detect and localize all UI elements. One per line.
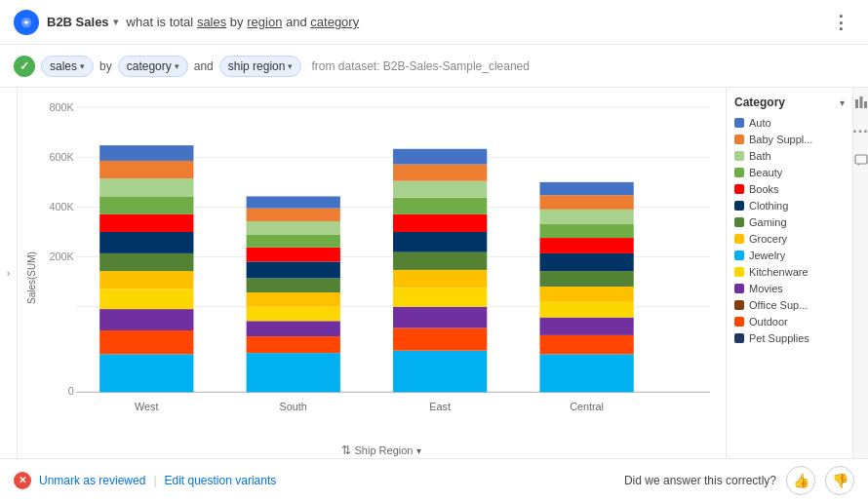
feedback-question: Did we answer this correctly? [624,474,776,487]
svg-rect-21 [99,178,193,196]
more-options-icon[interactable]: ··· [854,125,868,138]
query-and: and [286,15,307,29]
thumbs-down-button[interactable]: 👎 [825,466,854,495]
legend-color-dot [734,217,744,227]
footer-right: Did we answer this correctly? 👍 👎 [624,466,854,495]
svg-rect-27 [247,321,340,336]
svg-rect-41 [393,288,487,306]
legend-item-label: Books [749,183,779,195]
svg-rect-58 [539,238,633,253]
svg-text:West: West [135,401,158,412]
legend-item[interactable]: Bath [734,150,845,162]
thumbs-up-button[interactable]: 👍 [786,466,815,495]
svg-text:0: 0 [68,385,74,397]
legend-item[interactable]: Beauty [734,167,845,178]
query-by: by [230,15,244,29]
legend-item[interactable]: Baby Suppl... [734,134,845,145]
legend-item[interactable]: Outdoor [734,316,845,328]
svg-rect-60 [539,210,633,224]
svg-rect-19 [99,214,193,232]
svg-rect-65 [859,96,862,108]
edit-question-link[interactable]: Edit question variants [165,474,277,487]
svg-text:South: South [280,401,307,412]
legend-item[interactable]: Clothing [734,200,845,212]
legend-chevron[interactable]: ▾ [840,97,845,108]
svg-rect-16 [99,271,193,289]
svg-rect-42 [393,270,487,288]
svg-rect-26 [247,336,340,353]
svg-rect-59 [539,223,633,238]
chip-category-arrow: ▾ [175,61,179,71]
legend-item-label: Bath [749,150,771,162]
svg-rect-54 [539,302,633,318]
chart-area: Sales(SUM) 800K 60 [18,88,726,458]
svg-rect-30 [247,278,340,292]
svg-rect-56 [539,271,633,287]
legend-item[interactable]: Gaming [734,216,845,228]
x-axis-chevron: ▾ [416,445,421,456]
legend-item[interactable]: Pet Supplies [734,332,845,344]
svg-rect-33 [247,234,340,247]
chart-type-icon[interactable] [854,96,868,109]
legend-item-label: Clothing [749,200,788,212]
legend-item[interactable]: Grocery [734,233,845,245]
svg-rect-22 [99,161,193,178]
check-icon [14,56,35,77]
svg-rect-18 [99,232,193,253]
legend-item[interactable]: Jewelry [734,250,845,261]
svg-rect-31 [247,261,340,278]
legend-color-dot [734,234,744,244]
svg-rect-20 [99,196,193,213]
svg-rect-35 [247,209,340,221]
svg-rect-12 [99,354,193,392]
query-bar-and: and [194,59,214,73]
legend-item-label: Pet Supplies [749,332,809,344]
legend-color-dot [734,317,744,327]
svg-text:400K: 400K [49,201,74,212]
footer-left: ✕ Unmark as reviewed | Edit question var… [14,472,276,489]
legend-color-dot [734,151,744,161]
query-text: what is total sales by region and catego… [127,15,827,29]
legend-item[interactable]: Office Sup... [734,299,845,311]
legend-title: Category [734,96,785,109]
svg-rect-25 [247,353,340,392]
app-chevron[interactable]: ▾ [113,16,119,28]
header-menu-button[interactable]: ⋮ [827,9,854,36]
dataset-label: from dataset: B2B-Sales-Sample_cleaned [311,59,529,73]
chip-ship-region-arrow: ▾ [288,61,293,71]
comment-icon[interactable] [854,154,868,168]
svg-rect-15 [99,289,193,309]
svg-rect-53 [539,318,633,335]
svg-rect-38 [393,351,487,393]
svg-rect-39 [393,328,487,351]
chip-sales[interactable]: sales ▾ [41,56,94,77]
legend-item[interactable]: Kitchenware [734,266,845,278]
svg-rect-51 [539,354,633,392]
chip-category[interactable]: category ▾ [118,56,188,77]
legend-color-dot [734,284,744,293]
left-toggle[interactable]: › [0,88,18,458]
legend-item-label: Baby Suppl... [749,134,812,145]
chart-canvas: 800K 600K 400K 200K 0 [41,96,722,440]
legend-item-label: Beauty [749,167,782,178]
svg-rect-29 [247,292,340,307]
legend-color-dot [734,267,744,277]
legend-item-label: Gaming [749,216,787,228]
query-bar-by: by [99,59,112,73]
app-name[interactable]: B2B Sales [47,15,109,29]
thumbs-down-icon: 👎 [832,473,848,488]
svg-rect-44 [393,232,487,252]
legend-item[interactable]: Books [734,183,845,195]
legend-item[interactable]: Movies [734,283,845,294]
content-area: › Sales(SUM) [0,88,868,458]
legend-color-dot [734,333,744,343]
svg-rect-13 [99,330,193,354]
app-logo [14,10,39,35]
legend-color-dot [734,300,744,310]
svg-rect-28 [247,307,340,322]
chip-sales-arrow: ▾ [80,61,85,71]
chip-ship-region[interactable]: ship region ▾ [219,56,302,77]
svg-rect-14 [99,309,193,330]
unmark-reviewed-link[interactable]: Unmark as reviewed [39,474,145,487]
legend-item[interactable]: Auto [734,117,845,129]
